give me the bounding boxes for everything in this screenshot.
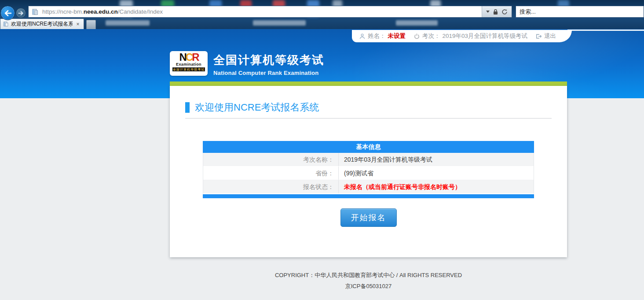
logo-word: Examination	[176, 62, 201, 67]
row-label: 考次名称：	[203, 153, 339, 166]
tab-favicon-icon	[3, 21, 9, 27]
ncre-logo: NCR Examination 全国计算机等级考试	[170, 51, 208, 76]
site-titles: 全国计算机等级考试 National Computer Rank Examina…	[213, 51, 324, 76]
table-footer-bar	[203, 194, 534, 198]
person-icon	[359, 33, 366, 40]
refresh-icon[interactable]	[501, 9, 508, 15]
autocomplete-dropdown-icon[interactable]	[486, 11, 490, 13]
top-edge-line	[567, 30, 644, 31]
site-title: 全国计算机等级考试	[213, 52, 324, 68]
tab-row: 欢迎使用NCRE考试报名系统 ×	[0, 19, 644, 29]
lock-icon	[493, 9, 498, 15]
row-value: 2019年03月全国计算机等级考试	[339, 153, 534, 166]
tab-title: 欢迎使用NCRE考试报名系统	[11, 20, 73, 28]
forward-arrow-icon	[18, 11, 24, 16]
session-label: 考次：	[422, 32, 440, 40]
user-name-group: 姓名： 未设置	[359, 32, 406, 40]
forward-button[interactable]	[16, 8, 26, 18]
table-row: 省份： (99)测试省	[203, 167, 534, 180]
browser-chrome: https://ncre-bm.neea.edu.cn/Candidate/In…	[0, 0, 644, 29]
row-label: 报名状态：	[203, 180, 339, 193]
heading-accent-bar	[185, 102, 190, 113]
address-bar[interactable]: https://ncre-bm.neea.edu.cn/Candidate/In…	[28, 6, 512, 18]
table-header: 基本信息	[203, 141, 534, 153]
start-register-button[interactable]: 开始报名	[340, 208, 397, 227]
logout-label: 退出	[544, 32, 556, 40]
ie-window: https://ncre-bm.neea.edu.cn/Candidate/In…	[0, 0, 644, 300]
url-domain: neea.edu.cn	[84, 8, 118, 15]
page-footer: COPYRIGHT：中华人民共和国教育部考试中心 / All RIGHTS RE…	[170, 270, 567, 292]
name-label: 姓名：	[368, 32, 386, 40]
site-subtitle: National Computer Rank Examination	[213, 70, 324, 76]
logo-letters: NCR	[179, 52, 198, 62]
green-accent-bar	[170, 81, 567, 86]
new-tab-button[interactable]	[86, 20, 96, 29]
button-area: 开始报名	[170, 208, 567, 227]
row-value-status: 未报名（或当前通行证账号非报名时账号）	[339, 180, 534, 193]
basic-info-table: 基本信息 考次名称： 2019年03月全国计算机等级考试 省份： (99)测试省…	[203, 141, 534, 198]
table-row: 考次名称： 2019年03月全国计算机等级考试	[203, 153, 534, 167]
url-scheme: https://ncre-bm.	[42, 8, 84, 15]
url-text: https://ncre-bm.neea.edu.cn/Candidate/In…	[40, 8, 482, 15]
search-input[interactable]	[520, 8, 644, 15]
page-body: 姓名： 未设置 考次： 2019年03月全国计算机等级考试	[0, 29, 644, 300]
row-label: 省份：	[203, 167, 339, 180]
table-body: 考次名称： 2019年03月全国计算机等级考试 省份： (99)测试省 报名状态…	[203, 153, 534, 194]
logout-icon	[535, 33, 542, 40]
session-value: 2019年03月全国计算机等级考试	[443, 32, 528, 40]
welcome-title: 欢迎使用NCRE考试报名系统	[195, 101, 319, 114]
address-bar-tools	[482, 6, 512, 17]
user-info-bar: 姓名： 未设置 考次： 2019年03月全国计算机等级考试	[352, 30, 572, 42]
tab-close-icon[interactable]: ×	[75, 22, 81, 27]
welcome-heading: 欢迎使用NCRE考试报名系统	[170, 86, 567, 114]
logout-link[interactable]: 退出	[535, 32, 556, 40]
power-icon	[413, 33, 420, 40]
copyright-text: COPYRIGHT：中华人民共和国教育部考试中心 / All RIGHTS RE…	[170, 270, 567, 281]
icp-number: 京ICP备05031027	[170, 281, 567, 292]
browser-search-box	[516, 6, 644, 18]
browser-tab[interactable]: 欢迎使用NCRE考试报名系统 ×	[0, 19, 84, 29]
content-panel: 欢迎使用NCRE考试报名系统 基本信息 考次名称： 2019年03月全国计算机等…	[170, 86, 567, 257]
name-value: 未设置	[388, 32, 406, 40]
logo-strip: 全国计算机等级考试	[172, 67, 205, 71]
back-button[interactable]	[0, 6, 15, 20]
heading-divider	[185, 118, 552, 119]
session-group: 考次： 2019年03月全国计算机等级考试	[413, 32, 527, 40]
row-value: (99)测试省	[339, 167, 534, 180]
brand-row: NCR Examination 全国计算机等级考试 全国计算机等级考试 Nati…	[170, 51, 324, 76]
back-arrow-icon	[4, 10, 12, 17]
page-favicon-icon	[29, 8, 40, 15]
table-row: 报名状态： 未报名（或当前通行证账号非报名时账号）	[203, 180, 534, 194]
url-path: /Candidate/Index	[118, 8, 163, 15]
